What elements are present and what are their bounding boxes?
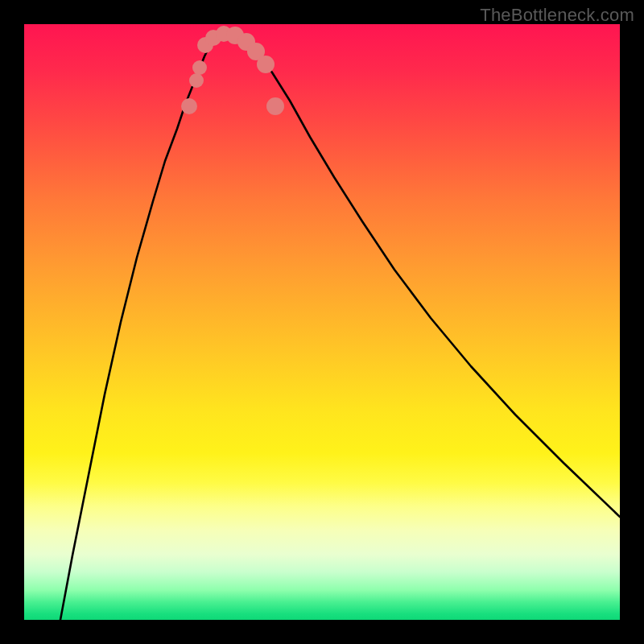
- data-marker: [266, 97, 284, 115]
- watermark-text: TheBottleneck.com: [480, 5, 634, 26]
- chart-svg: [24, 24, 620, 620]
- data-marker: [189, 73, 204, 88]
- bottleneck-curve: [60, 32, 620, 620]
- data-marker: [257, 56, 275, 73]
- plot-area: [24, 24, 620, 620]
- data-markers: [181, 26, 284, 115]
- data-marker: [192, 60, 207, 75]
- chart-frame: TheBottleneck.com: [0, 0, 644, 644]
- data-marker: [181, 98, 197, 114]
